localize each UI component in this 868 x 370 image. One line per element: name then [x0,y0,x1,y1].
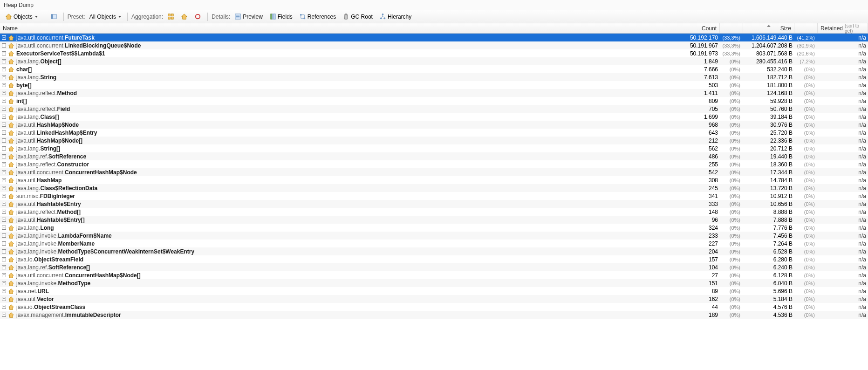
table-row[interactable]: −java.util.concurrent.FutureTask50.192.1… [0,34,868,41]
column-retained[interactable]: Retained (sort to get) [818,23,868,33]
expand-toggle[interactable]: + [2,313,6,317]
table-row[interactable]: +java.lang.ref.SoftReference[]104(0%)6.2… [0,263,868,271]
toolbar-view-button[interactable] [48,12,60,21]
table-row[interactable]: +java.lang.reflect.Method1.411(0%)124.16… [0,89,868,97]
expand-toggle[interactable]: + [2,67,6,71]
expand-toggle[interactable]: + [2,146,6,151]
table-row[interactable]: +java.lang.String[]562(0%)20.712 B(0%)n/… [0,144,868,152]
table-row[interactable]: +java.lang.ref.SoftReference486(0%)19.44… [0,152,868,160]
fields-button[interactable]: Fields [267,12,295,21]
expand-toggle[interactable]: + [2,138,6,143]
table-row[interactable]: +java.util.LinkedHashMap$Entry643(0%)25.… [0,129,868,137]
expand-toggle[interactable]: + [2,241,6,246]
table-row[interactable]: +int[]809(0%)59.928 B(0%)n/a [0,97,868,105]
references-button[interactable]: References [297,12,338,21]
expand-toggle[interactable]: + [2,289,6,293]
table-row[interactable]: +java.lang.String7.613(0%)182.712 B(0%)n… [0,73,868,81]
column-size-pct[interactable] [794,23,818,33]
cell-name: +java.lang.invoke.MethodType [0,280,673,287]
table-row[interactable]: +java.lang.invoke.LambdaForm$Name233(0%)… [0,232,868,240]
expand-toggle[interactable]: + [2,130,6,135]
expand-toggle[interactable]: + [2,83,6,87]
expand-toggle[interactable]: + [2,75,6,79]
expand-toggle[interactable]: + [2,226,6,230]
table-row[interactable]: +java.lang.invoke.MemberName227(0%)7.264… [0,240,868,247]
expand-toggle[interactable]: + [2,281,6,285]
expand-toggle[interactable]: + [2,202,6,206]
table-row[interactable]: +java.lang.invoke.MethodType151(0%)6.040… [0,279,868,287]
expand-toggle[interactable]: + [2,170,6,174]
expand-toggle[interactable]: + [2,249,6,254]
cell-size: 4.576 B [743,304,794,310]
expand-toggle[interactable]: + [2,162,6,166]
table-row[interactable]: +java.net.URL89(0%)5.696 B(0%)n/a [0,287,868,295]
table-row[interactable]: +java.lang.reflect.Constructor255(0%)18.… [0,160,868,168]
table-row[interactable]: +byte[]503(0%)181.800 B(0%)n/a [0,81,868,89]
column-size[interactable]: Size [743,23,794,33]
expand-toggle[interactable]: + [2,99,6,103]
expand-toggle[interactable]: + [2,115,6,119]
table-row[interactable]: +java.util.Vector162(0%)5.184 B(0%)n/a [0,295,868,303]
cell-size-pct: (0%) [794,122,818,128]
aggregation-class-button[interactable] [165,12,177,21]
column-name[interactable]: Name [0,23,673,33]
svg-point-18 [380,17,382,19]
aggregation-none-button[interactable] [192,12,204,21]
table-row[interactable]: +java.lang.Class[]1.699(0%)39.184 B(0%)n… [0,113,868,121]
column-count[interactable]: Count [673,23,720,33]
expand-toggle[interactable]: + [2,305,6,309]
table-row[interactable]: +javax.management.ImmutableDescriptor189… [0,311,868,319]
expand-toggle[interactable]: + [2,91,6,95]
preview-button[interactable]: Preview [232,12,265,21]
expand-toggle[interactable]: + [2,273,6,277]
expand-toggle[interactable]: + [2,107,6,111]
table-row[interactable]: +java.lang.invoke.MethodType$ConcurrentW… [0,247,868,255]
expand-toggle[interactable]: − [2,35,6,40]
table-row[interactable]: +java.lang.Class$ReflectionData245(0%)13… [0,184,868,192]
table-row[interactable]: +ExecutorServiceTest$$Lambda$150.191.973… [0,49,868,57]
table-row[interactable]: +java.util.Hashtable$Entry[]96(0%)7.888 … [0,216,868,224]
expand-toggle[interactable]: + [2,233,6,238]
column-count-pct[interactable] [720,23,743,33]
table-row[interactable]: +java.util.HashMap$Node968(0%)30.976 B(0… [0,121,868,129]
expand-toggle[interactable]: + [2,297,6,301]
table-row[interactable]: +java.util.concurrent.LinkedBlockingQueu… [0,41,868,49]
expand-toggle[interactable]: + [2,43,6,48]
expand-toggle[interactable]: + [2,257,6,261]
expand-toggle[interactable]: + [2,59,6,63]
table-row[interactable]: +java.util.concurrent.ConcurrentHashMap$… [0,271,868,279]
expand-toggle[interactable]: + [2,154,6,158]
table-row[interactable]: +java.io.ObjectStreamField157(0%)6.280 B… [0,255,868,263]
table-row[interactable]: +java.lang.Long324(0%)7.776 B(0%)n/a [0,224,868,232]
table-row[interactable]: +char[]7.666(0%)532.240 B(0%)n/a [0,65,868,73]
fields-icon [269,13,276,20]
expand-toggle[interactable]: + [2,194,6,198]
hierarchy-button[interactable]: Hierarchy [377,12,414,21]
objects-dropdown[interactable]: Objects [3,12,40,21]
expand-toggle[interactable]: + [2,265,6,269]
cell-name: +javax.management.ImmutableDescriptor [0,312,673,318]
cell-retained: n/a [818,145,868,152]
expand-toggle[interactable]: + [2,210,6,214]
table-row[interactable]: +java.io.ObjectStreamClass44(0%)4.576 B(… [0,303,868,311]
table-row[interactable]: +java.util.Hashtable$Entry333(0%)10.656 … [0,200,868,208]
expand-toggle[interactable]: + [2,51,6,55]
table-row[interactable]: +java.util.HashMap308(0%)14.784 B(0%)n/a [0,176,868,184]
gcroot-button[interactable]: GC Root [340,12,375,21]
table-row[interactable]: +java.util.HashMap$Node[]212(0%)22.336 B… [0,137,868,144]
expand-toggle[interactable]: + [2,218,6,222]
class-name: java.lang.invoke.MethodType$ConcurrentWe… [16,248,194,255]
table-row[interactable]: +java.lang.reflect.Field705(0%)50.760 B(… [0,105,868,113]
expand-toggle[interactable]: + [2,123,6,127]
expand-toggle[interactable]: + [2,178,6,182]
preset-dropdown[interactable]: All Objects [87,12,123,21]
table-row[interactable]: +sun.misc.FDBigInteger341(0%)10.912 B(0%… [0,192,868,200]
table-row[interactable]: +java.lang.Object[]1.849(0%)280.455.416 … [0,57,868,65]
cell-count: 324 [673,225,720,231]
aggregation-package-button[interactable] [178,12,190,21]
expand-toggle[interactable]: + [2,186,6,190]
cell-count-pct: (0%) [720,193,743,199]
table-row[interactable]: +java.lang.reflect.Method[]148(0%)8.888 … [0,208,868,216]
cell-retained: n/a [818,177,868,184]
table-row[interactable]: +java.util.concurrent.ConcurrentHashMap$… [0,168,868,176]
